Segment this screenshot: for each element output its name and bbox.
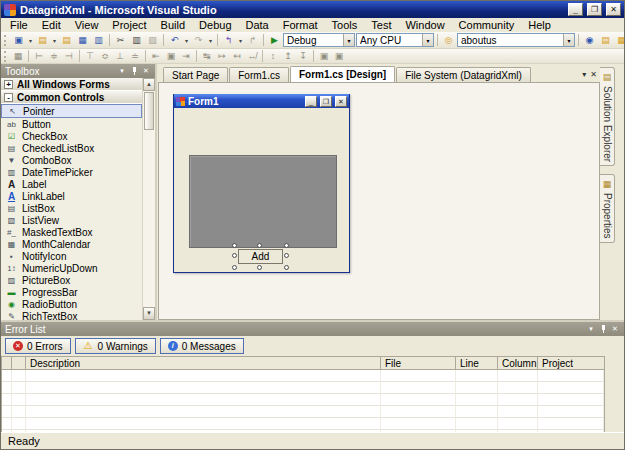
tab-solution-explorer[interactable]: ▤ Solution Explorer: [600, 67, 615, 166]
menu-view[interactable]: View: [68, 19, 106, 31]
expand-icon[interactable]: +: [4, 80, 13, 89]
toolbox-item-richtextbox[interactable]: ✎RichTextBox: [1, 310, 142, 320]
solution-platform-combo[interactable]: Any CPU ▾: [356, 33, 434, 47]
same-height-button[interactable]: ⇥: [179, 50, 193, 62]
form-title-bar[interactable]: Form1 _ ❐ ✕: [174, 94, 349, 108]
scrollbar-thumb[interactable]: [144, 92, 154, 130]
find-symbol-button[interactable]: ◉: [582, 33, 597, 47]
file-column-header[interactable]: File: [381, 357, 456, 370]
close-document-icon[interactable]: ✕: [590, 70, 597, 79]
error-list-window-menu-icon[interactable]: ▾: [586, 325, 596, 333]
vert-spacing-decrease-button[interactable]: ↧: [296, 50, 310, 62]
menu-debug[interactable]: Debug: [192, 19, 238, 31]
open-file-button[interactable]: ▤: [59, 33, 74, 47]
toolbox-item-linklabel[interactable]: ALinkLabel: [1, 190, 142, 202]
scroll-down-icon[interactable]: ▼: [143, 307, 155, 320]
toolbox-group-common-controls[interactable]: - Common Controls: [1, 91, 142, 104]
menu-project[interactable]: Project: [105, 19, 153, 31]
navigate-backward-dropdown[interactable]: ▾: [237, 37, 244, 44]
solution-configuration-combo[interactable]: Debug ▾: [283, 33, 355, 47]
toolbox-window-menu-icon[interactable]: ▾: [117, 67, 127, 75]
menu-help[interactable]: Help: [521, 19, 558, 31]
toolbox-item-pointer[interactable]: ↖Pointer: [1, 104, 142, 118]
active-files-dropdown-icon[interactable]: ▾: [582, 70, 586, 79]
menu-data[interactable]: Data: [239, 19, 276, 31]
form-client-area[interactable]: Add: [174, 108, 349, 272]
error-list-close-icon[interactable]: ✕: [610, 325, 620, 333]
toolbox-item-checkedlistbox[interactable]: ▤CheckedListBox: [1, 142, 142, 154]
horiz-spacing-increase-button[interactable]: ↦: [215, 50, 229, 62]
horiz-spacing-remove-button[interactable]: ↮: [245, 50, 259, 62]
toolbox-item-button[interactable]: abButton: [1, 118, 142, 130]
toolbox-scrollbar[interactable]: ▲ ▼: [142, 78, 155, 320]
align-centers-button[interactable]: ≑: [47, 50, 61, 62]
toolbox-group-all-windows-forms[interactable]: + All Windows Forms: [1, 78, 142, 91]
navigate-backward-button[interactable]: ↰: [221, 33, 236, 47]
column-column-header[interactable]: Column: [498, 357, 538, 370]
resize-handle-w[interactable]: [232, 253, 237, 258]
toolbox-item-notifyicon[interactable]: ▪NotifyIcon: [1, 250, 142, 262]
same-width-button[interactable]: ⇤: [149, 50, 163, 62]
toolbox-item-listbox[interactable]: ▤ListBox: [1, 202, 142, 214]
horiz-spacing-equal-button[interactable]: ↹: [200, 50, 214, 62]
category-column-header[interactable]: [2, 357, 12, 370]
vert-spacing-equal-button[interactable]: ↕: [266, 50, 280, 62]
close-button[interactable]: ✕: [606, 3, 621, 16]
redo-dropdown[interactable]: ▾: [207, 37, 214, 44]
scroll-up-icon[interactable]: ▲: [143, 78, 155, 91]
horiz-spacing-decrease-button[interactable]: ↤: [230, 50, 244, 62]
tab-start-page[interactable]: Start Page: [163, 67, 228, 82]
toolbox-close-icon[interactable]: ✕: [141, 67, 151, 75]
menu-file[interactable]: File: [3, 19, 35, 31]
save-button[interactable]: ▦: [75, 33, 90, 47]
toolbox-pin-icon[interactable]: [130, 66, 138, 76]
align-middles-button[interactable]: ≎: [98, 50, 112, 62]
scrollbar-track[interactable]: [143, 91, 155, 307]
undo-dropdown[interactable]: ▾: [183, 37, 190, 44]
align-rights-button[interactable]: ⊣: [62, 50, 76, 62]
error-list-pin-icon[interactable]: [599, 324, 607, 334]
resize-handle-n[interactable]: [257, 243, 262, 248]
toolbox-item-monthcalendar[interactable]: ▦MonthCalendar: [1, 238, 142, 250]
datagrid-control[interactable]: [189, 155, 337, 248]
properties-window-button[interactable]: ▦: [614, 33, 625, 47]
align-baseline-button[interactable]: ≐: [128, 50, 142, 62]
toolbox-item-checkbox[interactable]: ☑CheckBox: [1, 130, 142, 142]
align-bottoms-button[interactable]: ⊥: [113, 50, 127, 62]
add-item-dropdown[interactable]: ▾: [51, 37, 58, 44]
undo-button[interactable]: ↶: [167, 33, 182, 47]
find-combo[interactable]: aboutus ▾: [457, 33, 575, 47]
add-item-button[interactable]: ▤: [35, 33, 50, 47]
menu-format[interactable]: Format: [276, 19, 325, 31]
snap-to-grid-button[interactable]: ▦: [11, 50, 25, 62]
menu-test[interactable]: Test: [364, 19, 398, 31]
start-debug-button[interactable]: ▶: [267, 33, 282, 47]
toolbox-item-listview[interactable]: ▧ListView: [1, 214, 142, 226]
new-project-button[interactable]: ▣: [11, 33, 26, 47]
tab-form1-cs-design[interactable]: Form1.cs [Design]: [290, 66, 395, 82]
new-project-dropdown[interactable]: ▾: [27, 37, 34, 44]
center-horizontally-button[interactable]: ▣: [317, 50, 331, 62]
description-column-header[interactable]: Description: [26, 357, 381, 370]
toolbox-item-radiobutton[interactable]: ◉RadioButton: [1, 298, 142, 310]
align-lefts-button[interactable]: ⊢: [32, 50, 46, 62]
toolbox-item-maskedtextbox[interactable]: #_MaskedTextBox: [1, 226, 142, 238]
resize-handle-s[interactable]: [257, 265, 262, 270]
menu-tools[interactable]: Tools: [325, 19, 365, 31]
collapse-icon[interactable]: -: [4, 93, 13, 102]
center-vertically-button[interactable]: ▣: [332, 50, 346, 62]
tab-form1-cs[interactable]: Form1.cs: [229, 67, 289, 82]
toolbox-item-combobox[interactable]: ▼ComboBox: [1, 154, 142, 166]
tab-file-system[interactable]: File System (DatagridXml): [396, 67, 531, 82]
messages-filter-button[interactable]: i 0 Messages: [160, 338, 244, 354]
resize-handle-se[interactable]: [284, 265, 289, 270]
toolbox-item-picturebox[interactable]: ▨PictureBox: [1, 274, 142, 286]
resize-handle-nw[interactable]: [232, 243, 237, 248]
align-tops-button[interactable]: ⊤: [83, 50, 97, 62]
menu-build[interactable]: Build: [154, 19, 192, 31]
find-button[interactable]: ◎: [441, 33, 456, 47]
order-column-header[interactable]: [12, 357, 26, 370]
minimize-button[interactable]: _: [568, 3, 583, 16]
menu-edit[interactable]: Edit: [35, 19, 68, 31]
solution-explorer-button[interactable]: ▤: [598, 33, 613, 47]
